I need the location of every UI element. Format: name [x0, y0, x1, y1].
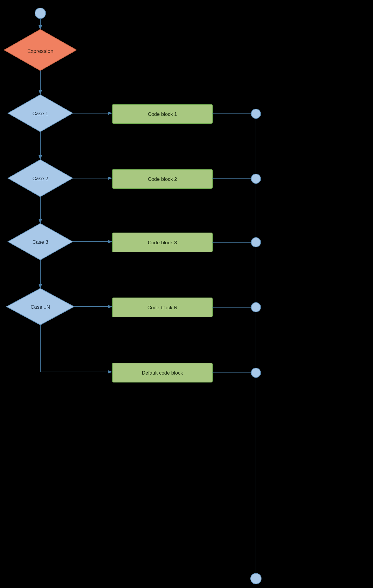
expression-label: Expression [27, 48, 53, 54]
case3-label: Case 3 [32, 239, 48, 245]
junction-circle-3 [251, 238, 261, 247]
default-code-block-label: Default code block [142, 370, 183, 376]
case2-label: Case 2 [32, 176, 48, 181]
end-circle [251, 573, 261, 584]
start-circle [35, 8, 46, 19]
code-block-2-label: Code block 2 [148, 176, 177, 182]
code-block-3-label: Code block 3 [148, 240, 177, 245]
svg-rect-0 [0, 0, 373, 588]
case1-label: Case 1 [32, 111, 48, 116]
code-block-N-label: Code block N [147, 305, 177, 310]
junction-circle-2 [251, 174, 261, 183]
junction-circle-default [251, 368, 261, 377]
junction-circle-N [251, 303, 261, 312]
code-block-1-label: Code block 1 [148, 111, 177, 117]
caseN-label: Case...N [31, 304, 50, 310]
junction-circle-1 [251, 109, 261, 118]
